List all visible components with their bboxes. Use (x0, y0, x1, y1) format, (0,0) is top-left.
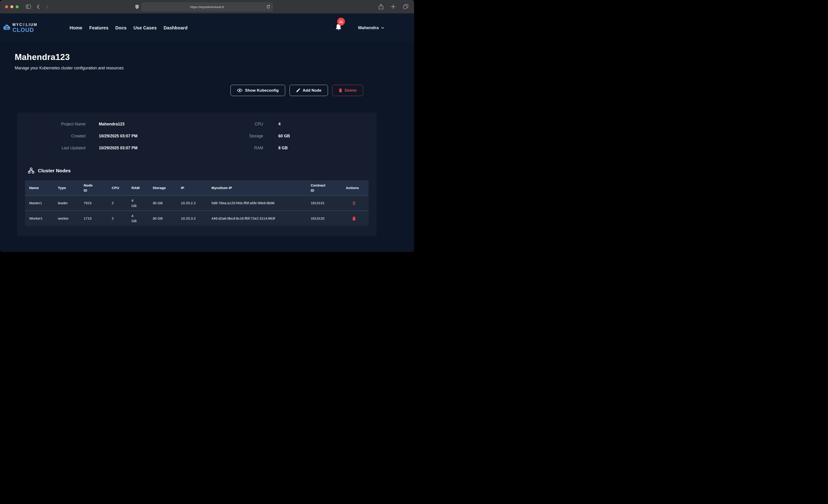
node-cell-mycelium-ip: 446:d2a6:8bcd:8c16:ff0f:72e2:3114:863f (211, 216, 311, 221)
url-text: https://myceliumcloud.tf (190, 5, 224, 9)
cluster-nodes-title: Cluster Nodes (38, 168, 71, 173)
sidebar-toggle-icon[interactable] (26, 5, 31, 9)
detail-value: 10/29/2025 03:07 PM (99, 134, 137, 138)
back-button-icon[interactable] (37, 5, 40, 9)
brand-logo[interactable]: MYCELIUM CLOUD (3, 23, 37, 33)
node-cell-storage: 30 GB (153, 216, 181, 221)
cluster-details-card: Project NameMahendra123Created10/29/2025… (17, 113, 377, 236)
node-cell-type: worker (58, 216, 84, 221)
page-subtitle: Manage your Kubernetes cluster configura… (15, 66, 414, 71)
column-header-ip: IP (181, 185, 211, 191)
page-content: Mahendra123 Manage your Kubernetes clust… (0, 13, 414, 236)
nav-link-use-cases[interactable]: Use Cases (133, 25, 157, 31)
user-name: Mahendra (358, 25, 379, 30)
add-node-button[interactable]: Add Node (290, 85, 328, 96)
node-row-worker1: Worker1worker171524 GB30 GB10.20.3.2446:… (25, 211, 369, 226)
detail-label: Project Name (17, 122, 85, 127)
close-window-button[interactable] (5, 5, 8, 8)
forward-button-icon[interactable] (45, 5, 48, 9)
new-tab-icon[interactable] (391, 4, 396, 9)
share-icon[interactable] (379, 4, 383, 9)
column-header-cpu: CPU (112, 185, 131, 191)
nav-links: HomeFeaturesDocsUse CasesDashboard (70, 25, 188, 31)
node-cell-contract-id: 1613131 (311, 201, 346, 206)
detail-label: Storage (196, 134, 263, 138)
node-cell-name: Master1 (29, 201, 58, 206)
column-header-ram: RAM (131, 185, 153, 191)
node-cell-mycelium-ip: 5d8:78ea:a120:f40c:ff0f:a5fe:99e6:8b96 (211, 201, 311, 206)
node-cell-storage: 30 GB (153, 201, 181, 206)
trash-icon (339, 88, 342, 92)
detail-label: CPU (196, 122, 263, 127)
cluster-nodes-table: NameTypeNode IDCPURAMStorageIPMycelium I… (25, 180, 369, 226)
node-row-master1: Master1leader791524 GB30 GB10.20.2.25d8:… (25, 196, 369, 211)
browser-titlebar: https://myceliumcloud.tf (0, 0, 414, 13)
trash-icon (352, 217, 356, 220)
detail-value: 10/29/2025 03:07 PM (99, 145, 137, 151)
eye-icon (237, 89, 242, 92)
window-controls (5, 5, 18, 8)
node-cell-name: Worker1 (29, 216, 58, 221)
column-header-storage: Storage (153, 185, 181, 191)
reload-icon[interactable] (266, 5, 270, 9)
delete-node-button[interactable] (346, 201, 356, 205)
delete-label: Delete (345, 88, 357, 93)
notification-count-badge: 11 (337, 18, 345, 26)
detail-label: RAM (196, 145, 263, 151)
table-header-row: NameTypeNode IDCPURAMStorageIPMycelium I… (25, 180, 369, 196)
node-cell-cpu: 2 (112, 216, 131, 221)
detail-row: RAM8 GB (196, 145, 290, 151)
node-cell-ip: 10.20.3.2 (181, 216, 211, 221)
nav-link-docs[interactable]: Docs (115, 25, 127, 31)
column-header-type: Type (58, 185, 84, 191)
cluster-nodes-icon (28, 168, 34, 173)
tab-overview-icon[interactable] (403, 4, 408, 9)
detail-value: 60 GB (278, 134, 290, 138)
node-cell-cpu: 2 (112, 201, 131, 206)
detail-row: Storage60 GB (196, 133, 290, 139)
mycelium-cloud-logo-icon (3, 24, 10, 32)
detail-label: Last Updated (17, 145, 85, 151)
details-right: CPU4Storage60 GBRAM8 GB (196, 121, 290, 157)
brand-e-accent: E (23, 23, 26, 27)
chevron-down-icon (381, 27, 384, 29)
column-header-mycelium-ip: Mycelium IP (211, 185, 311, 191)
trash-icon (352, 201, 356, 205)
delete-cluster-button[interactable]: Delete (332, 85, 363, 96)
add-node-label: Add Node (303, 88, 322, 93)
notifications-button[interactable]: 11 (335, 24, 341, 32)
detail-value: 8 GB (278, 145, 288, 151)
user-menu[interactable]: Mahendra (358, 25, 384, 30)
detail-row: CPU4 (196, 121, 290, 127)
detail-value: Mahendra123 (99, 122, 125, 127)
site-navbar: MYCELIUM CLOUD HomeFeaturesDocsUse Cases… (0, 13, 414, 42)
show-kubeconfig-label: Show Kubeconfig (245, 88, 279, 93)
titlebar-right-actions (379, 0, 408, 13)
privacy-shield-icon[interactable] (135, 4, 139, 9)
node-cell-ram: 4 GB (131, 198, 153, 208)
column-header-contract-id: Contract ID (311, 183, 346, 193)
node-cell-ip: 10.20.2.2 (181, 201, 211, 206)
cluster-nodes-header: Cluster Nodes (28, 168, 377, 173)
node-cell-node-id: 7915 (84, 201, 112, 206)
column-header-name: Name (29, 185, 58, 191)
cluster-actions-row: Show Kubeconfig Add Node Delete (0, 85, 363, 96)
minimize-window-button[interactable] (10, 5, 13, 8)
show-kubeconfig-button[interactable]: Show Kubeconfig (231, 85, 285, 96)
nav-link-features[interactable]: Features (89, 25, 108, 31)
page-title: Mahendra123 (15, 52, 414, 62)
fullscreen-window-button[interactable] (16, 5, 18, 8)
pencil-icon (296, 88, 300, 93)
detail-value: 4 (278, 122, 281, 127)
column-header-actions: Actions (346, 185, 369, 191)
node-cell-actions (346, 217, 369, 220)
nav-link-dashboard[interactable]: Dashboard (164, 25, 188, 31)
address-bar[interactable]: https://myceliumcloud.tf (141, 2, 273, 11)
node-cell-ram: 4 GB (131, 213, 153, 224)
navbar-right: 11 Mahendra (335, 24, 384, 32)
detail-label: Created (17, 134, 85, 138)
node-cell-actions (346, 201, 369, 205)
delete-node-button[interactable] (346, 217, 356, 220)
nav-link-home[interactable]: Home (70, 25, 83, 31)
brand-text: MYCELIUM CLOUD (12, 23, 37, 33)
